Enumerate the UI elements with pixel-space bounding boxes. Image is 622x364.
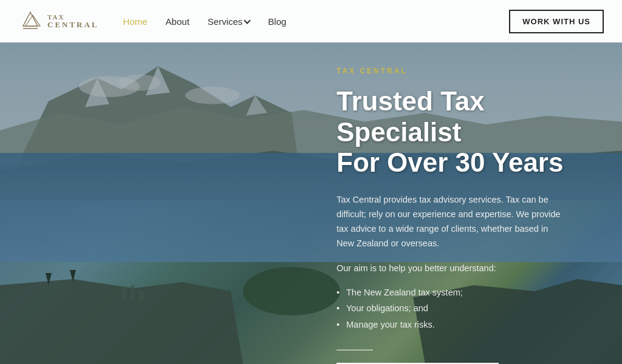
logo-icon	[18, 9, 43, 33]
logo[interactable]: TAX CENTRAL	[18, 9, 99, 33]
hero-content: TAX CENTRAL Trusted Tax Specialist For O…	[318, 42, 622, 364]
hero-description: Tax Central provides tax advisory servic…	[337, 193, 567, 251]
bullet-item: The New Zealand tax system;	[337, 285, 592, 300]
hero-section: TAX CENTRAL Trusted Tax Specialist For O…	[0, 0, 622, 364]
nav-blog[interactable]: Blog	[268, 16, 286, 27]
nav-about[interactable]: About	[166, 16, 190, 27]
hero-divider	[337, 349, 373, 351]
work-with-us-button[interactable]: WORK WITH US	[509, 10, 604, 33]
hero-aim-intro: Our aim is to help you better understand…	[337, 261, 592, 276]
hero-brand-label: TAX CENTRAL	[337, 67, 592, 75]
bullet-item: Manage your tax risks.	[337, 317, 592, 332]
chevron-down-icon	[244, 17, 251, 24]
nav-home[interactable]: Home	[123, 16, 148, 27]
navbar: TAX CENTRAL Home About Services Blog WOR…	[0, 0, 622, 42]
hero-title: Trusted Tax Specialist For Over 30 Years	[337, 86, 592, 178]
bullet-item: Your obligations; and	[337, 300, 592, 316]
hero-bullets: The New Zealand tax system; Your obligat…	[337, 285, 592, 332]
nav-services[interactable]: Services	[208, 16, 250, 27]
nav-links: Home About Services Blog	[123, 16, 510, 27]
logo-central-label: CENTRAL	[47, 21, 99, 29]
